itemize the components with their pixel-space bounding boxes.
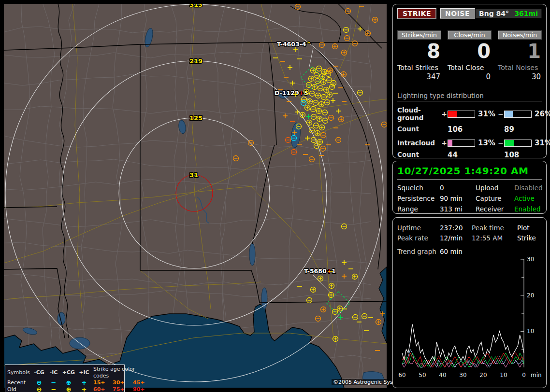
stats-row: Uptime 237:20 Peak time Plot [397,224,542,232]
legend-symbol: ⊕ [60,379,77,386]
stats-label: 12:55 AM [472,234,517,242]
status-label: Persistence [397,195,440,202]
x-tick-label: 60 [398,372,405,378]
status-value: 0 [440,184,476,192]
total-labels: Total Strikes Total Close Total Noises [397,62,542,71]
x-tick-label: 20 [479,372,487,378]
stats-value: 237:20 [440,224,472,232]
total-close-label: Total Close [448,64,492,71]
cg-positive-pct: 31% [475,110,497,118]
ic-positive-pct: 13% [475,139,497,147]
stats-value: 12/min [440,234,472,242]
trend-chart: 1020306050403020100min [397,257,542,382]
map-legend: Symbols-CG-IC+CG+ICStrike age color code… [5,364,125,392]
count-label: Count [397,151,441,159]
legend-symbol: ⊖ [31,379,47,386]
y-tick-label: 10 [527,328,534,335]
ic-positive-bar [448,140,475,147]
legend-symbol: + [77,379,91,386]
bearing-readout: Bng 84° 361mi [475,9,542,18]
x-axis-unit: min [531,372,542,378]
total-noises-value: 30 [498,72,542,81]
strike-button[interactable]: STRIKE [397,8,436,19]
stats-trend-panel: Uptime 237:20 Peak time PlotPeak rate 12… [392,217,547,388]
cloud-ground-counts: Count 106 89 [397,125,542,134]
storm-cell-label: T-4603-4^ [277,41,311,48]
total-close-value: 0 [448,72,492,81]
x-tick-label: 10 [500,372,507,378]
storm-cell-label: D-1129+5 [275,89,308,97]
legend-row: Old⊖−⊕+60+75+90+ [7,386,122,392]
lightning-map[interactable]: T-4603-4^D-1129+5T-5680+1 31321912531 Sy… [4,4,387,388]
datetime-display: 10/27/2025 1:49:20 AM [397,165,542,177]
stats-value: Strike [517,234,542,242]
total-noises-label: Total Noises [498,64,542,71]
close-per-min-value: 0 [448,41,492,62]
cg-negative-pct: 26% [532,110,550,118]
age-code: 60+ [91,386,111,392]
count-label: Count [397,125,441,134]
x-tick-label: 50 [419,372,426,378]
ring-label: 31 [189,171,198,179]
legend-row: Recent⊖−⊕+15+30+45+ [7,379,122,386]
strikes-per-min-value: 8 [397,41,441,62]
ic-negative-pct: 31% [532,139,550,147]
trend-graph-label: Trend graph [397,248,440,255]
cg-positive-bar [448,111,475,118]
intracloud-row: Intracloud + 13% − 31% [397,139,542,147]
stats-row: Peak rate 12/min 12:55 AM Strike [397,234,542,242]
cg-negative-count: 89 [504,125,542,134]
status-label: Range [397,205,440,213]
minus-sign: − [497,139,504,147]
stats-label: Uptime [397,224,440,232]
side-panel: STRIKE NOISE Bng 84° 361mi Strikes/min C… [392,4,547,388]
age-code: 30+ [111,379,131,386]
stats-rows: Uptime 237:20 Peak time PlotPeak rate 12… [397,224,542,242]
y-tick-label: 30 [527,257,534,263]
status-value: 90 min [440,195,476,202]
status-panel: 10/27/2025 1:49:20 AM Squelch 0 Upload D… [392,161,547,214]
rate-values: 8 0 1 [397,40,542,62]
rates-panel: STRIKE NOISE Bng 84° 361mi Strikes/min C… [392,4,547,158]
status-value: Enabled [514,205,542,213]
status-value: Disabled [514,184,543,192]
close-per-min-chip: Close/min [448,30,492,40]
status-row: Persistence 90 min Capture Active [397,195,542,202]
strikes-per-min-chip: Strikes/min [397,30,441,40]
noises-per-min-chip: Noises/min [498,30,542,40]
plus-sign: + [441,139,448,147]
status-label: Squelch [397,184,440,192]
trend-graph-value: 60 min [440,248,542,255]
legend-symbol: ⊕ [60,386,77,392]
age-code: 15+ [91,379,111,386]
map-canvas: T-4603-4^D-1129+5T-5680+1 31321912531 [4,4,387,388]
bearing-value: Bng 84° [479,10,509,17]
intracloud-counts: Count 44 108 [397,151,542,159]
distance-value: 361mi [514,10,538,17]
total-strikes-value: 347 [397,72,441,81]
ring-label: 313 [189,4,203,8]
cg-positive-count: 106 [448,125,504,134]
legend-symbol: − [47,386,60,392]
stats-label: Peak time [472,224,517,232]
noise-button[interactable]: NOISE [440,8,475,19]
ic-negative-count: 108 [504,151,542,159]
plus-sign: + [441,110,448,118]
rate-chips: Strikes/min Close/min Noises/min [397,30,542,40]
stats-value: Plot [517,224,542,232]
nexstorm-app: T-4603-4^D-1129+5T-5680+1 31321912531 Sy… [0,0,550,392]
trend-graph-row: Trend graph 60 min [397,248,542,255]
y-tick-label: 20 [527,292,534,299]
total-values: 347 0 30 [397,71,542,81]
stats-label: Peak rate [397,234,440,242]
ic-negative-bar [504,140,532,147]
intracloud-label: Intracloud [397,139,441,147]
minus-sign: − [497,110,504,118]
ic-positive-count: 44 [448,151,504,159]
status-label: Receiver [476,205,514,213]
x-tick-label: 30 [459,372,466,378]
ring-label: 219 [189,57,203,65]
legend-header: Symbols-CG-IC+CG+ICStrike age color code… [7,366,122,379]
legend-symbol: ⊖ [31,386,47,392]
status-value: Active [514,195,542,202]
